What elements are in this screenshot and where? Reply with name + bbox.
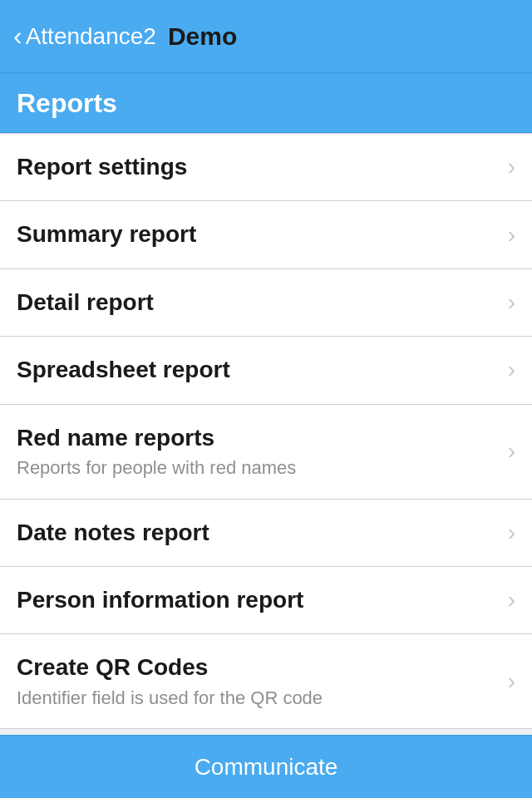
list-item-summary-report[interactable]: Summary report› bbox=[0, 201, 532, 268]
list-item-date-notes-report[interactable]: Date notes report› bbox=[0, 500, 532, 567]
list-item-title-detail-report: Detail report bbox=[17, 288, 498, 318]
list-item-title-report-settings: Report settings bbox=[17, 152, 498, 182]
list-item-content-red-name-reports: Red name reportsReports for people with … bbox=[17, 423, 498, 480]
list-item-content-report-settings: Report settings bbox=[17, 152, 498, 182]
list-item-person-information-report[interactable]: Person information report› bbox=[0, 567, 532, 634]
list-item-title-red-name-reports: Red name reports bbox=[17, 423, 498, 453]
section-header: Reports bbox=[0, 73, 532, 133]
back-chevron-icon: ‹ bbox=[13, 21, 22, 52]
chevron-right-icon: › bbox=[508, 154, 515, 180]
list-item-subtitle-red-name-reports: Reports for people with red names bbox=[17, 456, 498, 480]
nav-back-button[interactable]: ‹ Attendance2 bbox=[13, 21, 156, 52]
list-item-title-summary-report: Summary report bbox=[17, 219, 498, 249]
list-item-title-spreadsheet-report: Spreadsheet report bbox=[17, 355, 498, 385]
chevron-right-icon: › bbox=[508, 520, 515, 546]
list-item-report-settings[interactable]: Report settings› bbox=[0, 134, 532, 201]
list-item-content-detail-report: Detail report bbox=[17, 288, 498, 318]
list-item-content-summary-report: Summary report bbox=[17, 219, 498, 249]
list-item-create-qr-codes[interactable]: Create QR CodesIdentifier field is used … bbox=[0, 634, 532, 729]
chevron-right-icon: › bbox=[508, 668, 515, 695]
chevron-right-icon: › bbox=[508, 222, 515, 249]
list-item-title-date-notes-report: Date notes report bbox=[17, 518, 498, 548]
list-item-content-person-information-report: Person information report bbox=[17, 585, 498, 615]
section-header-text: Reports bbox=[17, 88, 117, 118]
nav-title: Demo bbox=[168, 22, 237, 51]
tab-bar-communicate-label: Communicate bbox=[195, 754, 338, 781]
chevron-right-icon: › bbox=[508, 438, 515, 465]
list-item-subtitle-create-qr-codes: Identifier field is used for the QR code bbox=[17, 687, 498, 711]
list-item-red-name-reports[interactable]: Red name reportsReports for people with … bbox=[0, 405, 532, 500]
nav-bar: ‹ Attendance2 Demo bbox=[0, 0, 532, 73]
tab-bar[interactable]: Communicate bbox=[0, 735, 532, 798]
nav-back-label: Attendance2 bbox=[26, 23, 156, 50]
chevron-right-icon: › bbox=[508, 357, 515, 383]
list-item-content-spreadsheet-report: Spreadsheet report bbox=[17, 355, 498, 385]
list-item-detail-report[interactable]: Detail report› bbox=[0, 269, 532, 337]
chevron-right-icon: › bbox=[508, 587, 515, 613]
list-item-spreadsheet-report[interactable]: Spreadsheet report› bbox=[0, 337, 532, 404]
list-item-title-create-qr-codes: Create QR Codes bbox=[17, 653, 498, 682]
chevron-right-icon: › bbox=[508, 289, 515, 316]
reports-list: Report settings›Summary report›Detail re… bbox=[0, 133, 532, 729]
list-item-content-create-qr-codes: Create QR CodesIdentifier field is used … bbox=[17, 653, 498, 710]
list-item-content-date-notes-report: Date notes report bbox=[17, 518, 498, 548]
list-item-title-person-information-report: Person information report bbox=[17, 585, 498, 615]
